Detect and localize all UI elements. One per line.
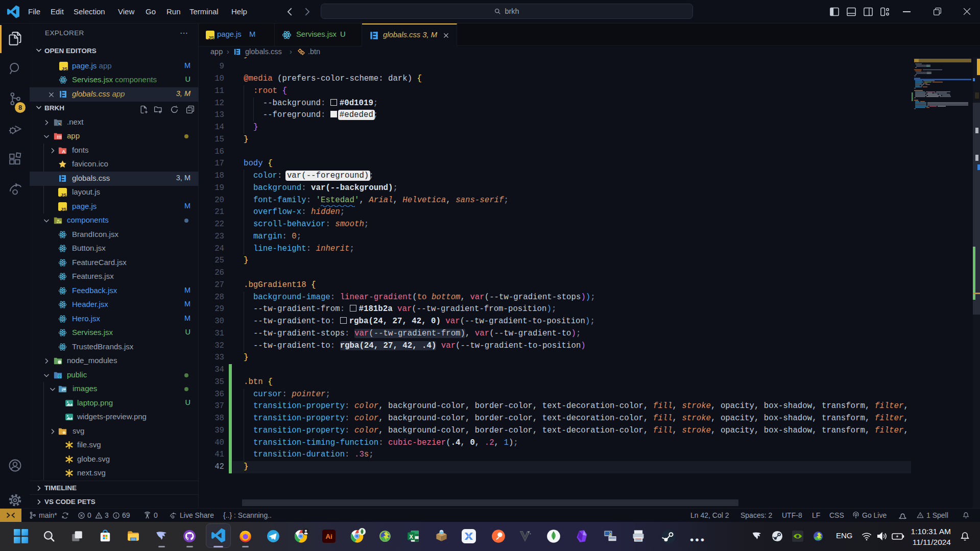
svg-text:N: N	[58, 122, 61, 125]
svg-text:X: X	[410, 534, 414, 540]
svg-text:A: A	[62, 149, 66, 154]
svg-text:Ai: Ai	[326, 533, 332, 540]
